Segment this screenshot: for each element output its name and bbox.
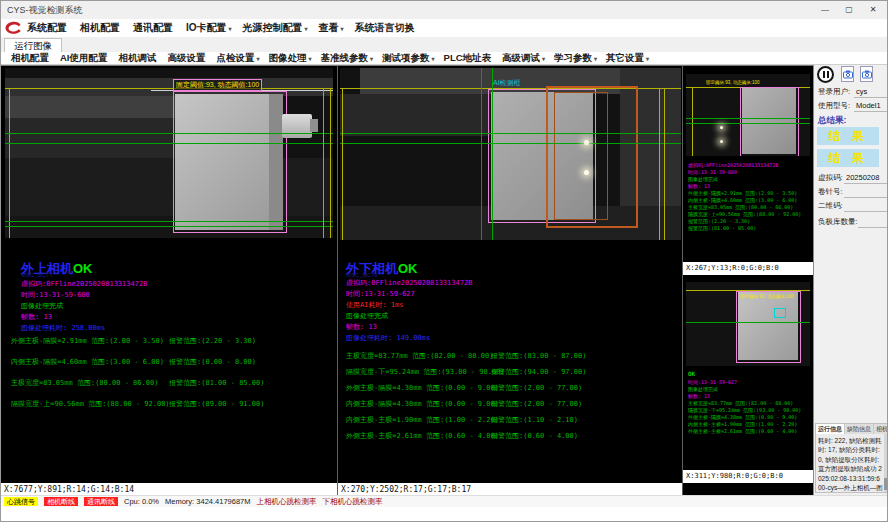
field-label: 卷针号: [818,187,843,197]
field-underline [854,111,887,112]
toolbar-item[interactable]: 学习参数▾ [554,52,597,65]
led-glow [720,140,723,143]
camera-1-button[interactable] [841,66,854,82]
overlay-line [686,123,810,124]
chevron-down-icon: ▾ [257,55,260,62]
chevron-down-icon: ▾ [309,55,312,62]
toolbar-item[interactable]: 图像处理▾ [269,52,312,65]
info-line: 外侧主极-主极=2.61mm 范围:(0.60 - 4.00) [688,428,801,435]
close-button[interactable]: ✕ [861,1,885,19]
overlay-line [664,88,665,240]
measurement-row: 隔膜宽度-下=95.24mm 范围:(93.00 - 98.00) 报警范围:(… [346,368,586,376]
overlay-line [686,118,810,119]
field-label: 二维码: [818,201,843,211]
chevron-down-icon: ▾ [432,55,435,62]
maximize-button[interactable]: ▢ [837,1,861,19]
toolbar-item[interactable]: 相机配置 [11,52,51,65]
detection-box [740,87,799,156]
camera-info-lines: 虚拟码:0FFline2025020813313472B 时间:13-31-59… [346,278,472,344]
alarm-range: 报警范围:(94.00 - 97.00) [491,368,586,376]
pause-button[interactable] [817,66,834,83]
menu-item[interactable]: 相机配置 [80,21,122,35]
measurement-row: 内侧主极-主极=1.90mm 范围:(1.00 - 2.20) 报警范围:(1.… [346,416,586,424]
window-controls: — ▢ ✕ [813,1,885,19]
minimize-button[interactable]: — [813,1,837,19]
log-scrollbar[interactable] [884,434,888,492]
menu-item[interactable]: IO卡配置▾ [186,21,232,35]
log-text: 耗时: 222, 缺陷检测耗时: 17, 缺陷分类耗时: 0, 缺陷提取分区耗时… [816,434,888,504]
model-label: 使用型号: [818,101,850,111]
tab-run-info[interactable]: 运行信息 [816,424,845,434]
toolbar-item[interactable]: PLC地址表 [444,52,494,65]
overlay-line [342,88,343,240]
info-line: 虚拟码:0FFline2025020813313472B [688,162,801,169]
measurement-list: 外侧主极-隔膜=2.91mm 范围:(2.00 - 3.50) 报警范围:(2.… [11,337,264,421]
result-badge-2: 结 果 [817,149,879,167]
result-badge-1: 结 果 [817,127,879,145]
alarm-range: 报警范围:(2.00 - 77.00) [491,384,582,392]
info-line: 时间:13-31-59-600 [21,290,147,301]
window-title: CYS-视觉检测系统 [7,4,83,17]
toolbar: 相机配置 AI使用配置 相机调试 高级设置 点检设置▾ 图像处理▾ 基准线参 [1,52,887,65]
field-value: 20250208 [846,173,879,182]
measurement-value: 外侧主极-隔膜=4.38mm 范围:(0.00 - 9.00) [346,384,491,392]
cpu-usage: Cpu: 0.0% [124,497,159,506]
menu-item[interactable]: 光源控制配置▾ [243,21,308,35]
upper-camera-heartbeat[interactable]: 上相机心跳检测率 [257,497,317,507]
chevron-down-icon: ▾ [341,25,344,32]
measurement-list: 主极宽度=83.77mm 范围:(82.00 - 88.00) 报警范围:(83… [346,352,586,448]
overlay-line [323,88,324,238]
camera-icon [862,65,872,83]
toolbar-item[interactable]: 测试项参数▾ [382,52,435,65]
threshold-label: 固定阈值:93, 动态阈值:100 [706,80,760,85]
runtime-info-box: 运行信息 缺陷信息 相机信息 耗时: 222, 缺陷检测耗时: 17, 缺陷分类… [815,423,888,493]
camera-offline-badge: 相机断线 [44,497,78,506]
field-underline [858,227,887,228]
camera-2-button[interactable] [860,66,873,82]
gripper-tip [310,119,318,132]
info-line: 帧数: 13 [21,312,147,323]
mini-top-image[interactable]: 固定阈值:93, 动态阈值:100 [686,74,810,156]
info-line: 外侧主极-隔膜=4.38mm 范围:(0.00 - 9.00) [688,414,801,421]
ok-status: OK [398,261,418,276]
toolbar-item[interactable]: 高级调试▾ [502,52,545,65]
mini-top-lines: 虚拟码:0FFline2025020813313472B 时间:13-31-59… [688,162,801,232]
info-line: 图像处理完成 [21,301,147,312]
left-camera-panel: 固定阈值:93, 动态阈值:100 外上相机OK MSC_BCTT 虚拟码:0F… [1,66,337,496]
measurement-row: 主极宽度=83.05mm 范围:(80.00 - 86.00) 报警范围:(81… [11,379,264,387]
menu-item[interactable]: 通讯配置 [133,21,175,35]
overlay-line [330,88,331,238]
toolbar-item[interactable]: 基准线参数▾ [321,52,374,65]
field-label: 虚拟码: [818,173,843,183]
tab-camera-info[interactable]: 相机信息 [874,424,888,434]
mini-bottom-lines: 时间:13-31-59-627 图像处理完成 帧数: 13 主极宽度=83.77… [688,379,801,435]
measurement-row: 外侧主极-隔膜=4.38mm 范围:(0.00 - 9.00) 报警范围:(2.… [346,384,586,392]
info-line: 外侧主极-隔膜=2.91mm 范围:(2.00 - 3.50) [688,190,801,197]
toolbar-item[interactable]: 相机调试 [119,52,159,65]
menu-item[interactable]: 系统语言切换 [355,21,417,35]
gripper-arm [282,114,312,138]
scrollbar-thumb[interactable] [884,478,888,490]
toolbar-item[interactable]: 高级设置 [168,52,208,65]
overlay-line [340,133,681,134]
left-camera-image[interactable]: 固定阈值:93, 动态阈值:100 [5,68,333,238]
toolbar-item[interactable]: 点检设置▾ [217,52,260,65]
mini-bottom-image[interactable]: 固定阈值:93, 动态阈值:100 [686,282,810,366]
field-underline [844,183,887,184]
led-glow [584,140,589,145]
threshold-label: 固定阈值:93, 动态阈值:100 [173,79,262,91]
middle-camera-image[interactable]: AI检测框 [340,68,681,240]
info-line: 帧数: 13 [688,183,801,190]
toolbar-item[interactable]: AI使用配置 [60,52,110,65]
overlay-line [5,221,333,222]
toolbar-item[interactable]: 其它设置▾ [606,52,649,65]
menu-item[interactable]: 查看▾ [319,21,344,35]
menu-item[interactable]: 系统配置 [27,21,69,35]
info-line: 时间:13-31-59-627 [346,289,472,300]
alarm-range: 报警范围:(1.10 - 2.10) [491,416,578,424]
tab-defect-info[interactable]: 缺陷信息 [845,424,874,434]
lower-camera-heartbeat[interactable]: 下相机心跳检测率 [323,497,383,507]
overlay-line [659,88,660,240]
info-line: 隔膜宽度-上=90.56mm 范围:(88.00 - 92.00) [688,211,801,218]
info-tabs: 运行信息 缺陷信息 相机信息 [816,424,888,434]
